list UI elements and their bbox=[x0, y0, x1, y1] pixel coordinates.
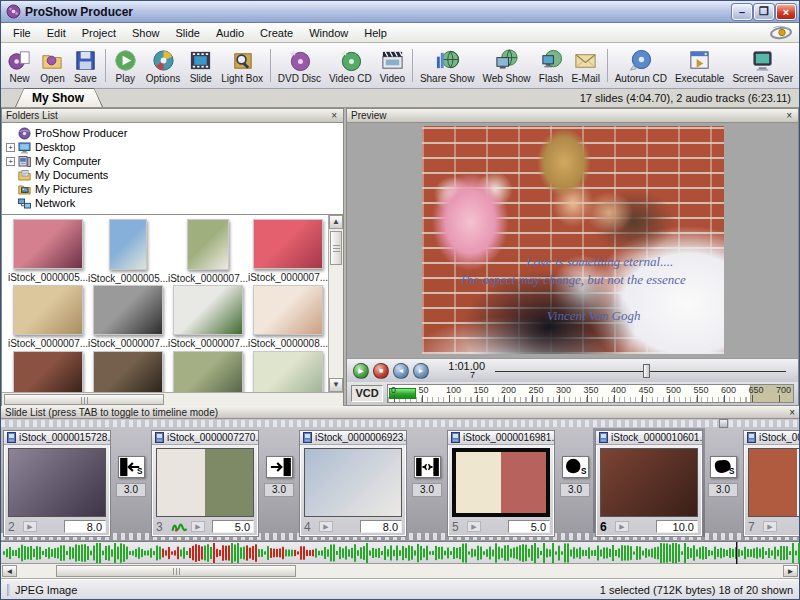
thumbnail-item[interactable]: iStock_0000005... bbox=[8, 219, 88, 284]
menu-item-edit[interactable]: Edit bbox=[39, 24, 74, 42]
toolbar-button-video[interactable]: Video bbox=[376, 45, 409, 86]
toolbar-button-save[interactable]: Save bbox=[69, 45, 102, 86]
slide-cell-5[interactable]: iStock_0000016981...5▶5.0 bbox=[445, 428, 557, 537]
tree-expand-icon[interactable]: + bbox=[6, 157, 15, 166]
scroll-right-icon[interactable]: ► bbox=[783, 565, 798, 577]
menu-item-help[interactable]: Help bbox=[356, 24, 395, 42]
tab-my-show[interactable]: My Show bbox=[15, 88, 103, 107]
toolbar-button-light-box[interactable]: Light Box bbox=[217, 45, 267, 86]
scroll-down-icon[interactable]: ▼ bbox=[329, 378, 343, 392]
slide-card[interactable]: iStock_0000010601...6▶10.0 bbox=[595, 430, 703, 537]
vcd-ruler[interactable]: 0501001502002503003504004505005506006507… bbox=[387, 384, 794, 403]
thumbnail-image[interactable] bbox=[173, 285, 243, 335]
slide-cell-7[interactable]: iStock_0007▶ bbox=[741, 428, 799, 537]
thumbnail-item[interactable]: iStock_0000008... bbox=[248, 285, 328, 350]
thumbnail-image[interactable] bbox=[13, 351, 83, 392]
seek-slider[interactable] bbox=[495, 363, 786, 379]
play-button[interactable]: ▶ bbox=[353, 363, 369, 379]
slide-duration-value[interactable]: 8.0 bbox=[64, 520, 106, 533]
scroll-thumb[interactable] bbox=[330, 231, 342, 265]
thumbnail-item[interactable]: iStock_0000007... bbox=[168, 219, 248, 284]
scroll-up-icon[interactable]: ▲ bbox=[329, 215, 343, 229]
transition-duration-value[interactable]: 3.0 bbox=[116, 483, 146, 497]
thumbnail-image[interactable] bbox=[253, 351, 323, 392]
thumbnail-item[interactable]: iStock_0000007... bbox=[8, 285, 88, 350]
slide-duration-value[interactable]: 8.0 bbox=[360, 520, 402, 533]
slide-duration-value[interactable]: 5.0 bbox=[212, 520, 254, 533]
thumbnail-item[interactable] bbox=[168, 351, 248, 392]
next-slide-button[interactable]: ► bbox=[413, 363, 429, 379]
seek-handle[interactable] bbox=[643, 364, 650, 378]
tree-item-my-computer[interactable]: +My Computer bbox=[4, 154, 341, 168]
waveform-playhead[interactable] bbox=[736, 542, 737, 564]
thumbnail-item[interactable] bbox=[248, 351, 328, 392]
transition-icon-wipe-right-s[interactable]: S bbox=[266, 456, 293, 478]
thumbnail-item[interactable] bbox=[88, 351, 168, 392]
slide-image[interactable] bbox=[600, 448, 698, 517]
slide-image[interactable] bbox=[8, 448, 106, 517]
transition-icon-wipe-in-s[interactable]: S bbox=[414, 456, 441, 478]
transition-duration-value[interactable]: 3.0 bbox=[412, 483, 442, 497]
restore-button[interactable]: ❐ bbox=[754, 4, 774, 20]
toolbar-button-executable[interactable]: Executable bbox=[671, 45, 728, 86]
tree-item-desktop[interactable]: +Desktop bbox=[4, 140, 341, 154]
transition-cell[interactable]: S3.0 bbox=[409, 428, 445, 537]
preview-panel-close-icon[interactable]: × bbox=[784, 111, 794, 121]
thumbnail-image[interactable] bbox=[253, 285, 323, 335]
menu-item-window[interactable]: Window bbox=[301, 24, 356, 42]
thumbnail-image[interactable] bbox=[109, 219, 147, 270]
thumbnail-image[interactable] bbox=[93, 351, 163, 392]
toolbar-button-web-show[interactable]: Web Show bbox=[478, 45, 534, 86]
toolbar-button-dvd-disc[interactable]: DVD Disc bbox=[274, 45, 325, 86]
thumbnail-item[interactable] bbox=[8, 351, 88, 392]
thumbnail-item[interactable]: iStock_0000007... bbox=[168, 285, 248, 350]
tree-item-my-documents[interactable]: My Documents bbox=[4, 168, 341, 182]
transition-icon-circle-s[interactable]: S bbox=[562, 456, 589, 478]
thumbnail-item[interactable]: iStock_0000007... bbox=[248, 219, 328, 284]
slide-duration-value[interactable]: 5.0 bbox=[508, 520, 550, 533]
stop-button[interactable]: ■ bbox=[373, 363, 389, 379]
menu-item-slide[interactable]: Slide bbox=[167, 24, 207, 42]
menu-item-show[interactable]: Show bbox=[124, 24, 168, 42]
slide-play-icon[interactable]: ▶ bbox=[191, 521, 205, 532]
thumbnail-image[interactable] bbox=[13, 219, 83, 269]
slide-cell-6[interactable]: iStock_0000010601...6▶10.0 bbox=[593, 428, 705, 537]
toolbar-button-play[interactable]: Play bbox=[109, 45, 142, 86]
slide-duration-value[interactable]: 10.0 bbox=[656, 520, 698, 533]
transition-cell[interactable]: S3.0 bbox=[113, 428, 149, 537]
toolbar-button-screen-saver[interactable]: Screen Saver bbox=[728, 45, 797, 86]
tree-item-network[interactable]: Network bbox=[4, 196, 341, 210]
audio-waveform[interactable] bbox=[1, 542, 800, 564]
thumbnail-image[interactable] bbox=[173, 351, 243, 392]
slide-play-icon[interactable]: ▶ bbox=[23, 521, 37, 532]
scroll-track[interactable] bbox=[329, 229, 343, 378]
menu-item-create[interactable]: Create bbox=[252, 24, 301, 42]
thumbnail-image[interactable] bbox=[93, 285, 163, 335]
slide-image[interactable] bbox=[156, 448, 254, 517]
menu-item-project[interactable]: Project bbox=[74, 24, 124, 42]
tree-expand-icon[interactable]: + bbox=[6, 143, 15, 152]
slide-list-close-icon[interactable]: × bbox=[789, 407, 795, 418]
seek-track[interactable] bbox=[495, 371, 786, 372]
slide-image[interactable] bbox=[452, 448, 550, 517]
thumbnail-vertical-scrollbar[interactable]: ▲ ▼ bbox=[328, 215, 343, 392]
slide-list-scrollbar[interactable]: ◄ ► bbox=[1, 564, 799, 579]
folders-panel-close-icon[interactable]: × bbox=[329, 111, 339, 121]
tree-item-my-pictures[interactable]: My Pictures bbox=[4, 182, 341, 196]
toolbar-button-flash[interactable]: Flash bbox=[535, 45, 568, 86]
transition-duration-value[interactable]: 3.0 bbox=[708, 483, 738, 497]
audio-track-row[interactable] bbox=[1, 542, 799, 564]
slide-card[interactable]: iStock_0007▶ bbox=[743, 430, 799, 537]
toolbar-button-options[interactable]: Options bbox=[142, 45, 184, 86]
thumbnail-image[interactable] bbox=[253, 219, 323, 269]
slide-card[interactable]: iStock_0000015728...2▶8.0 bbox=[3, 430, 111, 537]
toolbar-button-e-mail[interactable]: E-Mail bbox=[568, 45, 604, 86]
toolbar-button-new[interactable]: New bbox=[3, 45, 36, 86]
close-button[interactable]: × bbox=[776, 4, 796, 20]
transition-icon-blob-s[interactable]: S bbox=[710, 456, 737, 478]
toolbar-button-slide[interactable]: Slide bbox=[184, 45, 217, 86]
thumbnail-item[interactable]: iStock_0000005... bbox=[88, 219, 168, 284]
slide-card[interactable]: iStock_0000016981...5▶5.0 bbox=[447, 430, 555, 537]
splitter-grip[interactable] bbox=[719, 419, 728, 428]
slide-image[interactable] bbox=[304, 448, 402, 517]
